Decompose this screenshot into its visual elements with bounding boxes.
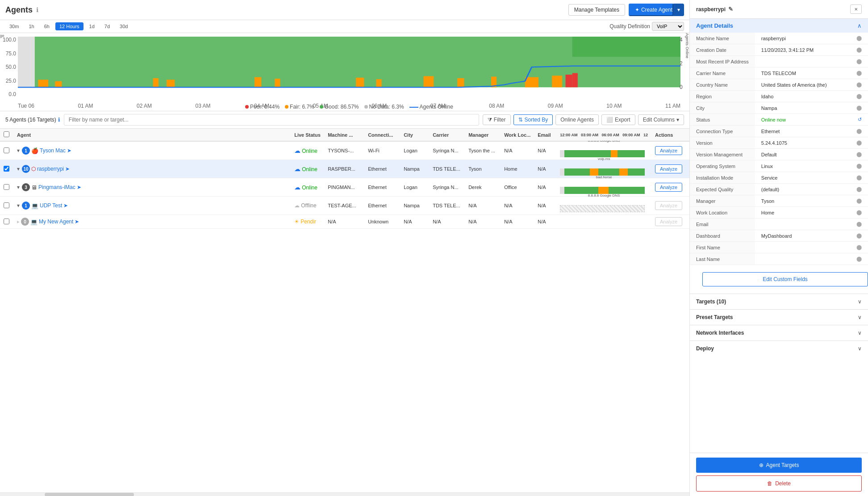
detail-action-version-mgmt[interactable]: ⬤ [850,149,868,160]
agents-table-wrapper: Agent Live Status Machine ... Connecti..… [0,129,689,492]
time-btn-30d[interactable]: 30d [116,22,132,30]
time-btn-7d[interactable]: 7d [100,22,114,30]
agent-link-2[interactable]: ➤ [65,166,70,172]
detail-action-city[interactable]: ⬤ [850,102,868,114]
agents-help-icon[interactable]: ℹ [58,117,60,123]
horizontal-scrollbar[interactable] [0,492,689,496]
agent-name-4[interactable]: UDP Test [40,202,62,209]
expand-arrow-2[interactable]: ▾ [17,166,20,172]
row-checkbox-2[interactable] [4,166,9,172]
analyze-btn-4[interactable]: Analyze [655,201,682,210]
table-row: ▾ 3 🖥 Pingmans-iMac ➤ ☁ Online PINGMAN..… [0,178,689,197]
detail-action-country[interactable]: ⬤ [850,79,868,91]
detail-action-creation-date[interactable]: ⬤ [850,44,868,56]
agent-name-2[interactable]: raspberrypi [37,166,64,172]
workloc-2: Home [501,160,534,178]
create-agent-dropdown-button[interactable]: ▾ [673,4,684,16]
online-agents-button[interactable]: Online Agents [555,114,599,125]
preset-targets-header[interactable]: Preset Targets ∨ [690,310,868,325]
agent-link-4[interactable]: ➤ [63,202,68,209]
select-all-checkbox[interactable] [4,131,9,137]
time-btn-6h[interactable]: 6h [40,22,54,30]
right-panel-header: raspberrypi ✎ × [690,0,868,19]
detail-action-carrier[interactable]: ⬤ [850,67,868,79]
edit-agent-name-icon[interactable]: ✎ [728,6,733,13]
analyze-btn-1[interactable]: Analyze [655,146,682,155]
agent-name-3[interactable]: Pingmans-iMac [38,184,75,190]
cloud-icon-4: ☁ [294,202,300,209]
detail-action-expected-quality[interactable]: ⬤ [850,184,868,195]
expand-arrow-5[interactable]: ▸ [17,219,20,225]
toolbar-actions: ⧩ Filter ⇅ Sorted By Online Agents ⬜ Exp… [483,114,684,125]
detail-value-last-name [755,253,850,265]
analyze-btn-5[interactable]: Analyze [655,217,682,226]
detail-action-email[interactable]: ⬤ [850,219,868,230]
analyze-btn-2[interactable]: Analyze [655,164,682,173]
agent-targets-button[interactable]: ⊕ Agent Targets [696,458,862,473]
detail-action-last-name[interactable]: ⬤ [850,253,868,265]
agent-name-1[interactable]: Tyson Mac [40,147,66,154]
manager-3: Derek [465,178,501,197]
expand-arrow-3[interactable]: ▾ [17,184,20,190]
timeline-1: 8.8.8.8 Google DNS [560,144,648,157]
detail-action-version[interactable]: ⬤ [850,137,868,149]
expand-arrow-1[interactable]: ▾ [17,147,20,154]
detail-action-os[interactable]: ⬤ [850,160,868,172]
agents-table: Agent Live Status Machine ... Connecti..… [0,129,689,229]
agent-name-5[interactable]: My New Agent [39,219,73,225]
agent-details-title: Agent Details [696,22,733,29]
sorted-by-button[interactable]: ⇅ Sorted By [513,114,553,125]
info-icon[interactable]: ℹ [36,6,38,13]
city-1: Logan [400,141,429,160]
filter-button[interactable]: ⧩ Filter [483,114,511,125]
search-input[interactable] [64,114,479,126]
delete-button[interactable]: 🗑 Delete [696,475,862,492]
detail-action-machine-name[interactable]: ⬤ [850,33,868,44]
col-city-header: City [400,129,429,141]
workloc-3: Office [501,178,534,197]
row-checkbox-3[interactable] [4,184,9,190]
detail-action-dashboard[interactable]: ⬤ [850,230,868,242]
deploy-chevron: ∨ [858,345,862,352]
agent-link-5[interactable]: ➤ [75,219,79,225]
export-button[interactable]: ⬜ Export [601,114,635,125]
machine-4: TEST-AGE... [324,197,364,215]
detail-action-region[interactable]: ⬤ [850,91,868,102]
time-btn-12h[interactable]: 12 Hours [55,22,83,30]
edit-custom-fields-button[interactable]: Edit Custom Fields [702,272,868,286]
analyze-btn-3[interactable]: Analyze [655,183,682,192]
time-btn-1h[interactable]: 1h [25,22,38,30]
detail-action-ip[interactable]: ⬤ [850,56,868,67]
row-checkbox-5[interactable] [4,219,9,224]
network-interfaces-header[interactable]: Network Interfaces ∨ [690,325,868,340]
deploy-header[interactable]: Deploy ∨ [690,341,868,356]
expand-arrow-4[interactable]: ▾ [17,202,20,209]
city-2: Nampa [400,160,429,178]
timeline-3: bad.horse [560,181,648,194]
city-5: N/A [400,215,429,229]
detail-value-version-mgmt: Default [755,149,850,160]
close-panel-button[interactable]: × [850,4,862,14]
agent-link-3[interactable]: ➤ [77,184,81,190]
svg-rect-7 [275,79,280,87]
row-checkbox-1[interactable] [4,147,9,153]
connection-5: Unknown [364,215,400,229]
create-agent-button[interactable]: ✦ Create Agent [629,4,673,16]
col-live-header: Live Status [291,129,324,141]
detail-action-connection-type[interactable]: ⬤ [850,126,868,137]
edit-columns-button[interactable]: Edit Columns ▾ [638,114,684,125]
table-row: ▾ 10 ⬡ raspberrypi ➤ ☁ Online RASPBER...… [0,160,689,178]
voip-select[interactable]: VoIP [652,22,684,31]
detail-action-first-name[interactable]: ⬤ [850,242,868,253]
detail-action-install-mode[interactable]: ⬤ [850,172,868,184]
time-btn-30m[interactable]: 30m [5,22,23,30]
agent-details-section-header[interactable]: Agent Details ∧ [690,19,868,33]
manage-templates-button[interactable]: Manage Templates [568,4,625,16]
targets-section-header[interactable]: Targets (10) ∨ [690,294,868,309]
detail-action-status[interactable]: ↺ [850,114,868,126]
detail-action-work-location[interactable]: ⬤ [850,207,868,219]
time-btn-1d[interactable]: 1d [85,22,99,30]
agent-link-1[interactable]: ➤ [67,147,71,154]
detail-action-manager[interactable]: ⬤ [850,195,868,207]
row-checkbox-4[interactable] [4,202,9,208]
